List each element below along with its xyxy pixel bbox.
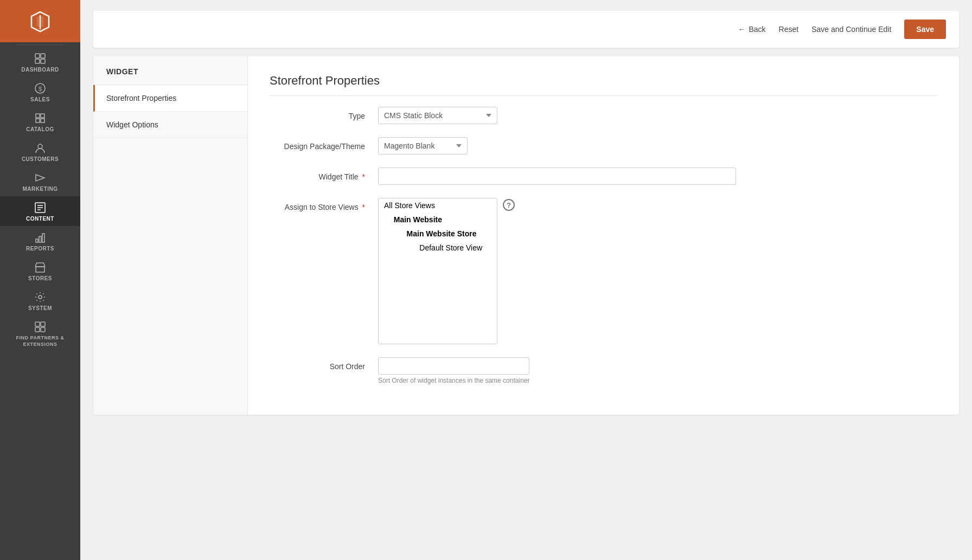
svg-rect-22 <box>42 234 44 242</box>
form-sidebar: WIDGET Storefront Properties Widget Opti… <box>93 56 248 415</box>
store-views-field-row: Assign to Store Views * All Store Views … <box>270 198 937 344</box>
marketing-icon <box>34 172 46 184</box>
store-option-main-website: Main Website <box>379 213 497 227</box>
content-icon <box>34 202 46 214</box>
sidebar-item-marketing[interactable]: MARKETING <box>0 166 80 196</box>
save-continue-label: Save and Continue Edit <box>811 25 891 34</box>
sidebar-item-catalog[interactable]: CATALOG <box>0 107 80 137</box>
sidebar-item-label-customers: CUSTOMERS <box>22 156 59 162</box>
sidebar-item-dashboard[interactable]: DASHBOARD <box>0 47 80 77</box>
svg-rect-28 <box>35 327 40 332</box>
sidebar-item-label-stores: STORES <box>28 275 52 281</box>
type-select[interactable]: CMS Static Block CMS Page Link Catalog C… <box>378 107 497 124</box>
stores-icon <box>34 261 46 273</box>
store-views-help-icon[interactable]: ? <box>503 199 515 211</box>
storefront-properties-label: Storefront Properties <box>106 94 176 102</box>
widget-title-label: Widget Title * <box>270 168 378 183</box>
sidebar-item-label-reports: REPORTS <box>26 246 54 252</box>
back-label: Back <box>749 25 765 34</box>
form-sidebar-item-widget-options[interactable]: Widget Options <box>93 112 247 138</box>
sort-order-wrapper: Sort Order of widget instances in the sa… <box>378 357 529 384</box>
form-sidebar-title: WIDGET <box>93 56 247 85</box>
widget-title-field <box>378 168 937 185</box>
svg-rect-5 <box>41 54 45 58</box>
page-card: WIDGET Storefront Properties Widget Opti… <box>93 56 959 415</box>
svg-rect-27 <box>41 322 45 326</box>
magento-logo-icon <box>28 10 52 34</box>
form-sidebar-item-storefront[interactable]: Storefront Properties <box>93 85 247 112</box>
sidebar-item-label-sales: SALES <box>30 96 50 102</box>
svg-rect-10 <box>36 114 40 118</box>
svg-rect-13 <box>41 119 44 123</box>
store-option-main-website-store: Main Website Store <box>379 227 497 241</box>
customers-icon <box>34 142 46 154</box>
sidebar: DASHBOARD $ SALES CATALOG CUSTOMERS <box>0 0 80 560</box>
sort-order-field-row: Sort Order Sort Order of widget instance… <box>270 357 937 384</box>
save-button[interactable]: Save <box>904 20 946 39</box>
sidebar-item-label-catalog: CATALOG <box>26 126 54 132</box>
main-content: ← Back Reset Save and Continue Edit Save… <box>80 0 972 560</box>
sidebar-item-system[interactable]: SYSTEM <box>0 286 80 316</box>
dashboard-icon <box>34 53 46 65</box>
svg-rect-4 <box>35 54 40 58</box>
sidebar-logo <box>0 0 80 42</box>
sort-order-input[interactable] <box>378 357 529 375</box>
store-option-default-store-view: Default Store View <box>379 241 497 255</box>
svg-rect-7 <box>41 59 45 63</box>
sidebar-item-content[interactable]: CONTENT <box>0 196 80 226</box>
store-views-field: All Store Views Main Website Main Websit… <box>378 198 937 344</box>
svg-rect-12 <box>36 119 40 123</box>
svg-rect-6 <box>35 59 40 63</box>
design-label: Design Package/Theme <box>270 137 378 152</box>
svg-rect-21 <box>39 236 41 242</box>
sidebar-item-customers[interactable]: CUSTOMERS <box>0 137 80 166</box>
sidebar-divider <box>16 44 65 45</box>
sort-order-label: Sort Order <box>270 357 378 372</box>
design-label-text: Design Package/Theme <box>284 142 365 151</box>
widget-title-input[interactable] <box>378 168 736 185</box>
sidebar-item-reports[interactable]: REPORTS <box>0 226 80 256</box>
sidebar-nav: DASHBOARD $ SALES CATALOG CUSTOMERS <box>0 47 80 352</box>
sidebar-item-stores[interactable]: STORES <box>0 256 80 286</box>
svg-point-14 <box>38 144 42 149</box>
store-option-all: All Store Views <box>379 198 497 213</box>
form-main: Storefront Properties Type CMS Static Bl… <box>248 56 959 415</box>
store-views-label: Assign to Store Views * <box>270 198 378 213</box>
save-continue-button[interactable]: Save and Continue Edit <box>811 25 891 34</box>
system-icon <box>34 291 46 303</box>
sales-icon: $ <box>34 82 46 94</box>
store-views-select[interactable]: All Store Views Main Website Main Websit… <box>378 198 497 344</box>
svg-rect-11 <box>41 114 44 118</box>
design-select[interactable]: Magento Blank Luma <box>378 137 468 155</box>
reset-label: Reset <box>779 25 799 34</box>
sidebar-item-label-content: CONTENT <box>26 216 54 222</box>
widget-title-field-row: Widget Title * <box>270 168 937 185</box>
widget-title-required: * <box>362 172 365 181</box>
form-section-title: Storefront Properties <box>270 74 937 96</box>
svg-text:$: $ <box>39 86 42 92</box>
svg-point-25 <box>39 295 42 299</box>
store-views-required: * <box>362 203 365 211</box>
svg-rect-20 <box>36 239 38 242</box>
back-arrow-icon: ← <box>738 25 745 34</box>
reset-button[interactable]: Reset <box>779 25 799 34</box>
sidebar-item-label-find-partners: FIND PARTNERS & EXTENSIONS <box>0 335 80 347</box>
design-field: Magento Blank Luma <box>378 137 937 155</box>
widget-options-label: Widget Options <box>106 120 158 129</box>
sidebar-item-label-marketing: MARKETING <box>22 186 57 192</box>
save-label: Save <box>916 25 934 34</box>
back-button[interactable]: ← Back <box>738 25 765 34</box>
design-field-row: Design Package/Theme Magento Blank Luma <box>270 137 937 155</box>
sidebar-item-label-dashboard: DASHBOARD <box>21 67 59 73</box>
sidebar-item-find-partners[interactable]: FIND PARTNERS & EXTENSIONS <box>0 316 80 352</box>
sidebar-item-label-system: SYSTEM <box>28 305 52 311</box>
type-field: CMS Static Block CMS Page Link Catalog C… <box>378 107 937 124</box>
svg-marker-15 <box>36 175 44 181</box>
type-label: Type <box>270 107 378 122</box>
sidebar-item-sales[interactable]: $ SALES <box>0 77 80 107</box>
reports-icon <box>34 231 46 243</box>
svg-rect-23 <box>36 267 44 272</box>
catalog-icon <box>34 112 46 124</box>
sort-order-field: Sort Order of widget instances in the sa… <box>378 357 937 384</box>
type-field-row: Type CMS Static Block CMS Page Link Cata… <box>270 107 937 124</box>
